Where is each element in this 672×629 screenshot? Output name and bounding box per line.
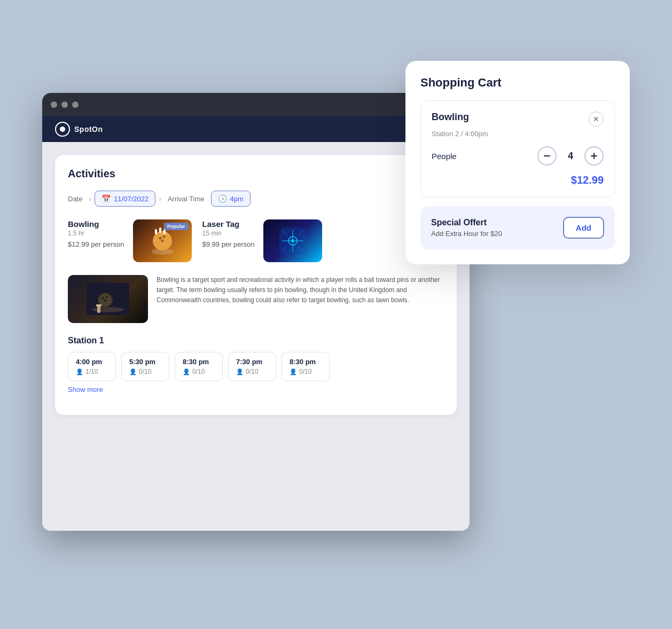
capacity-icon-4: 👤 xyxy=(236,368,244,375)
slot-time-5: 8:30 pm xyxy=(290,358,322,366)
logo-area: SpotOn xyxy=(55,122,103,137)
bowling-price: $12.99 per person xyxy=(68,240,124,248)
lasertag-name: Laser Tag xyxy=(202,219,255,229)
svg-point-3 xyxy=(162,235,165,238)
offer-add-button[interactable]: Add xyxy=(563,217,604,239)
quantity-label: People xyxy=(432,152,457,161)
station-section: Station 1 4:00 pm 👤 1/10 5:30 pm xyxy=(68,336,444,394)
date-pill[interactable]: 📅 11/07/2022 xyxy=(95,191,155,207)
special-offer: Special Offert Add Extra Hour for $20 Ad… xyxy=(420,206,615,249)
svg-point-21 xyxy=(102,297,104,299)
time-slot-3[interactable]: 8:30 pm 👤 0/10 xyxy=(175,352,223,381)
lasertag-duration: 15 min xyxy=(202,230,255,237)
lasertag-price: $9.99 per person xyxy=(202,240,255,248)
slot-capacity-1: 👤 1/10 xyxy=(76,368,108,375)
svg-rect-24 xyxy=(97,305,100,313)
lasertag-image xyxy=(263,219,322,262)
slot-time-2: 5:30 pm xyxy=(129,358,161,366)
cart-item-price: $12.99 xyxy=(432,174,604,186)
clock-icon: 🕓 xyxy=(218,194,227,203)
svg-point-23 xyxy=(104,300,106,302)
capacity-icon-3: 👤 xyxy=(183,368,190,375)
time-slots: 4:00 pm 👤 1/10 5:30 pm 👤 0/10 xyxy=(68,352,444,381)
time-slot-5[interactable]: 8:30 pm 👤 0/10 xyxy=(282,352,330,381)
time-slot-4[interactable]: 7:30 pm 👤 0/10 xyxy=(228,352,276,381)
date-prev-arrow[interactable]: ‹ xyxy=(89,194,91,203)
slot-capacity-5: 👤 0/10 xyxy=(290,368,322,375)
svg-point-4 xyxy=(161,240,163,242)
svg-point-12 xyxy=(291,239,294,242)
capacity-value-4: 0/10 xyxy=(246,368,258,375)
quantity-value: 4 xyxy=(565,151,576,162)
time-slot-1[interactable]: 4:00 pm 👤 1/10 xyxy=(68,352,116,381)
quantity-row: People 4 xyxy=(432,146,604,166)
offer-title: Special Offert xyxy=(431,218,502,227)
cart-close-button[interactable]: ✕ xyxy=(589,112,604,127)
activities-card: Activities Date ‹ 📅 11/07/2022 › Arr xyxy=(55,155,457,415)
logo-inner-circle xyxy=(60,127,65,132)
date-value: 11/07/2022 xyxy=(114,195,149,203)
calendar-icon: 📅 xyxy=(101,194,111,203)
cart-title: Shopping Cart xyxy=(420,76,615,90)
cart-item-card: Bowling ✕ Station 2 / 4:00pm People 4 xyxy=(420,100,615,198)
offer-text: Special Offert Add Extra Hour for $20 xyxy=(431,218,502,238)
show-more-button[interactable]: Show more xyxy=(68,386,444,394)
lasertag-info: Laser Tag 15 min $9.99 per person xyxy=(202,219,255,248)
description-row: Bowling is a target sport and recreation… xyxy=(68,275,444,323)
browser-dot-1 xyxy=(51,101,57,108)
capacity-icon-2: 👤 xyxy=(129,368,137,375)
bowling-image: Popular xyxy=(133,219,192,262)
slot-capacity-2: 👤 0/10 xyxy=(129,368,161,375)
activity-item-lasertag[interactable]: Laser Tag 15 min $9.99 per person xyxy=(202,219,322,262)
logo-icon xyxy=(55,122,70,137)
filters-row: Date ‹ 📅 11/07/2022 › Arrival Time 🕓 xyxy=(68,191,444,207)
slot-capacity-4: 👤 0/10 xyxy=(236,368,268,375)
arrival-pill[interactable]: 🕓 4pm xyxy=(211,191,251,207)
laser-image-bg xyxy=(263,219,322,262)
cart-item-subtitle: Station 2 / 4:00pm xyxy=(432,130,604,138)
logo-text: SpotOn xyxy=(74,125,103,133)
slot-time-3: 8:30 pm xyxy=(183,358,215,366)
station-name: Station 1 xyxy=(68,336,444,345)
activity-item-bowling[interactable]: Bowling 1.5 hr $12.99 per person xyxy=(68,219,192,262)
arrival-label: Arrival Time xyxy=(168,195,205,203)
date-label: Date xyxy=(68,195,82,203)
browser-dot-3 xyxy=(72,101,79,108)
svg-rect-5 xyxy=(155,229,157,234)
svg-rect-25 xyxy=(96,304,101,306)
cart-item-name: Bowling xyxy=(432,112,469,123)
slot-capacity-3: 👤 0/10 xyxy=(183,368,215,375)
quantity-increase-button[interactable] xyxy=(584,146,604,166)
activities-title: Activities xyxy=(68,168,444,180)
capacity-value-1: 1/10 xyxy=(85,368,98,375)
capacity-icon-1: 👤 xyxy=(76,368,83,375)
svg-point-22 xyxy=(106,296,108,298)
bowling-info: Bowling 1.5 hr $12.99 per person xyxy=(68,219,124,248)
capacity-value-3: 0/10 xyxy=(192,368,205,375)
date-nav[interactable]: ‹ 📅 11/07/2022 › xyxy=(89,191,161,207)
arrival-value: 4pm xyxy=(230,195,244,203)
time-slot-2[interactable]: 5:30 pm 👤 0/10 xyxy=(121,352,169,381)
quantity-decrease-button[interactable] xyxy=(537,146,557,166)
svg-rect-6 xyxy=(159,227,161,233)
capacity-value-2: 0/10 xyxy=(139,368,151,375)
popular-badge: Popular xyxy=(164,223,189,230)
browser-dot-2 xyxy=(61,101,68,108)
bowling-description: Bowling is a target sport and recreation… xyxy=(157,275,444,306)
offer-description: Add Extra Hour for $20 xyxy=(431,230,502,238)
activities-grid: Bowling 1.5 hr $12.99 per person xyxy=(68,219,444,262)
shopping-cart: Shopping Cart Bowling ✕ Station 2 / 4:00… xyxy=(405,61,630,264)
capacity-icon-5: 👤 xyxy=(290,368,297,375)
bowling-name: Bowling xyxy=(68,219,124,229)
svg-point-2 xyxy=(159,237,161,240)
quantity-controls: 4 xyxy=(537,146,604,166)
svg-point-18 xyxy=(92,307,124,312)
bowling-duration: 1.5 hr xyxy=(68,230,124,237)
cart-item-header: Bowling ✕ xyxy=(432,112,604,127)
slot-time-1: 4:00 pm xyxy=(76,358,108,366)
bowling-desc-image xyxy=(68,275,148,323)
date-next-arrow[interactable]: › xyxy=(159,194,161,203)
slot-time-4: 7:30 pm xyxy=(236,358,268,366)
capacity-value-5: 0/10 xyxy=(299,368,311,375)
